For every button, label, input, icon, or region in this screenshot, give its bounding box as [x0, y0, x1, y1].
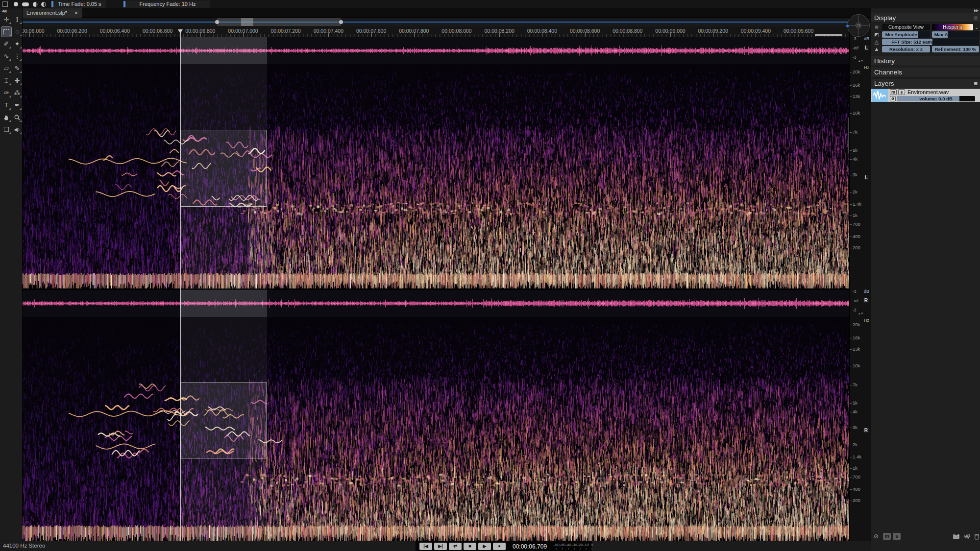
- channel-splitter-icon: ▴ ▾: [858, 59, 863, 62]
- refinement-slider[interactable]: Refinement: 100 %: [932, 46, 979, 52]
- ruler-major-tick: [799, 33, 799, 37]
- waveform-strip-right[interactable]: [23, 290, 849, 317]
- navigation-wheel[interactable]: ❒: [847, 14, 870, 37]
- layers-menu-icon[interactable]: ≡: [974, 79, 978, 89]
- harmonic-selection-tool-icon[interactable]: ⋮: [12, 51, 22, 61]
- display-menu-icon[interactable]: ≡: [974, 13, 978, 23]
- navigation-wheel-cube-icon[interactable]: ❒: [856, 23, 861, 28]
- overview-range-handle-right[interactable]: [339, 20, 343, 24]
- channels-section-header[interactable]: Channels: [871, 68, 980, 77]
- meter-scale-label: -50: [560, 543, 565, 547]
- max-amplitude-slider[interactable]: Max Amplitude: -36 dB: [932, 31, 979, 38]
- ruler-major-tick: [29, 33, 30, 37]
- shape-soft-circle-icon[interactable]: [31, 1, 39, 7]
- paint-brush-tool-icon[interactable]: ✑: [1, 88, 11, 98]
- selection-rectangle-left[interactable]: [180, 130, 267, 207]
- selection-band-waveform-right: [180, 290, 267, 317]
- frequency-fade-field[interactable]: Frequency Fade: 10 Hz: [125, 0, 210, 8]
- frequency-tick: [850, 96, 852, 97]
- magic-wand-tool-icon[interactable]: ✦: [12, 39, 22, 49]
- stop-button[interactable]: ■: [464, 543, 476, 550]
- collapse-toolbar-icon[interactable]: ◀◀: [1, 9, 5, 13]
- zoom-tool-icon[interactable]: [12, 113, 22, 122]
- marker-tool-icon[interactable]: ✎: [12, 64, 22, 73]
- colormap-chevron-icon[interactable]: ⌄: [975, 24, 979, 30]
- right-panel: ▶▶ Display ≡ ≋ Composite View Hesperia ⌄…: [871, 8, 980, 551]
- layers-section-header[interactable]: Layers ≡: [871, 79, 980, 89]
- frequency-tick: [850, 113, 852, 114]
- text-tool-icon[interactable]: T: [1, 100, 11, 110]
- frequency-selection-tool-icon[interactable]: ∿: [1, 51, 11, 61]
- layer-waveform-thumbnail[interactable]: [872, 89, 888, 102]
- time-fade-field[interactable]: Time Fade: 0.05 s: [53, 0, 106, 8]
- solo-all-button[interactable]: s: [893, 533, 901, 540]
- resolution-icon: ▲: [873, 46, 881, 52]
- frequency-tick: [850, 445, 852, 445]
- layer-solo-button[interactable]: s: [898, 89, 905, 95]
- time-ruler[interactable]: 00:00:06.00000:00:06.20000:00:06.40000:0…: [23, 26, 849, 37]
- pen-tool-icon[interactable]: ✒: [12, 100, 22, 110]
- transform-tool-icon[interactable]: ✛: [1, 15, 11, 24]
- ruler-major-tick: [158, 33, 158, 37]
- brush-selection-tool-icon[interactable]: ✐: [1, 39, 11, 49]
- new-layer-icon[interactable]: [963, 533, 971, 540]
- collapse-panel-icon[interactable]: ▶▶: [974, 8, 978, 13]
- fft-size-value: FFT Size: 512 samples (12ms/86Hz): [882, 39, 979, 45]
- heal-tool-icon[interactable]: ✚: [12, 76, 22, 86]
- overview-visible-range[interactable]: [217, 18, 341, 26]
- composite-view-button[interactable]: Composite View: [882, 24, 930, 30]
- selection-box-icon[interactable]: [2, 1, 8, 7]
- waveform-strip-left[interactable]: [23, 37, 849, 64]
- go-to-start-button[interactable]: |◀: [419, 543, 432, 550]
- menu-bar: Time Fade: 0.05 s Frequency Fade: 10 Hz: [0, 0, 980, 8]
- frequency-tick: [850, 349, 852, 350]
- layer-phase-button[interactable]: ø: [890, 96, 896, 101]
- go-to-end-button[interactable]: ▶|: [434, 543, 447, 550]
- fft-size-slider[interactable]: FFT Size: 512 samples (12ms/86Hz): [882, 39, 979, 45]
- loop-button[interactable]: ⇄: [449, 543, 462, 550]
- lasso-selection-tool-icon[interactable]: ◌: [12, 27, 22, 37]
- overview-range-handle-left[interactable]: [215, 20, 219, 24]
- record-button[interactable]: ●: [493, 543, 506, 550]
- frequency-label: 400: [853, 486, 860, 492]
- shape-contrast-circle-icon[interactable]: [40, 1, 48, 7]
- time-selection-tool-icon[interactable]: I: [12, 15, 22, 24]
- hz-unit-label: Hz: [864, 318, 869, 323]
- delete-layer-icon[interactable]: [974, 533, 980, 540]
- layer-item-environment-wav[interactable]: m s Environment.wav ø volume: 0.0 dB: [871, 89, 980, 102]
- shape-stadium-icon[interactable]: [22, 1, 29, 7]
- hand-tool-icon[interactable]: [1, 113, 11, 122]
- meter-scale-tick: [557, 548, 557, 550]
- play-button[interactable]: ▶: [478, 543, 491, 550]
- selection-rectangle-right[interactable]: [180, 383, 267, 458]
- colormap-selector[interactable]: Hesperia: [932, 24, 973, 30]
- resolution-slider[interactable]: Resolution: x 4: [882, 46, 930, 52]
- tab-close-icon[interactable]: ✕: [74, 8, 78, 18]
- shape-circle-icon[interactable]: [12, 1, 20, 7]
- new-group-icon[interactable]: [953, 533, 960, 540]
- spray-tool-icon[interactable]: ⁂: [12, 88, 22, 98]
- min-amplitude-slider[interactable]: Min Amplitude: -69 dB: [882, 31, 930, 38]
- overview-navigation-bar[interactable]: [23, 18, 849, 26]
- 3d-display-tool-icon[interactable]: ❒: [1, 125, 11, 135]
- phase-invert-all-icon[interactable]: ⊘: [874, 533, 879, 540]
- spectrogram-right[interactable]: [23, 317, 849, 541]
- layer-volume-slider[interactable]: volume: 0.0 dB: [897, 96, 975, 101]
- rectangular-selection-tool-icon[interactable]: [1, 27, 11, 37]
- frequency-label: 400: [853, 234, 860, 239]
- display-section-header[interactable]: Display ≡: [871, 13, 980, 23]
- frequency-label: 7k: [853, 382, 858, 387]
- clone-stamp-tool-icon[interactable]: ⌶: [1, 76, 11, 86]
- playhead-marker[interactable]: [178, 29, 183, 33]
- spectrogram-left[interactable]: [23, 64, 849, 288]
- horizontal-scrollbar-thumb[interactable]: [815, 34, 842, 36]
- frequency-label: 4k: [853, 409, 858, 414]
- frequency-label: 4k: [853, 156, 858, 162]
- playback-tool-icon[interactable]: [12, 125, 22, 135]
- eraser-tool-icon[interactable]: ▱: [1, 64, 11, 73]
- tab-environment-slp[interactable]: Environment.slp*✕: [23, 8, 82, 18]
- mute-all-button[interactable]: m: [883, 533, 891, 540]
- layer-mute-button[interactable]: m: [890, 89, 897, 95]
- frequency-tick: [850, 216, 852, 216]
- history-section-header[interactable]: History: [871, 56, 980, 66]
